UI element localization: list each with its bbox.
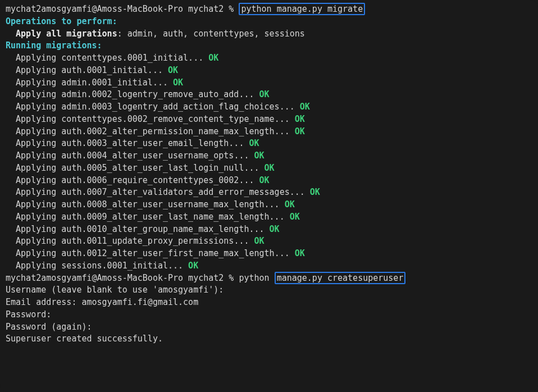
ok-status: OK [295,126,305,136]
migration-name: auth.0010_alter_group_name_max_length [61,224,249,234]
migration-row: Applying sessions.0001_initial... OK [6,260,532,272]
applying-suffix: ... [234,151,254,161]
ok-status: OK [285,199,295,209]
applying-prefix: Applying [16,65,61,75]
email-value: amosgyamfi.fi@gmail.com [81,297,198,307]
password-again-prompt: Password (again): [6,321,532,334]
migration-row: Applying auth.0006_require_contenttypes_… [6,175,532,187]
applying-suffix: ... [265,199,285,209]
ok-status: OK [254,236,265,246]
migration-row: Applying admin.0002_logentry_remove_auto… [6,89,532,101]
applying-prefix: Applying [16,89,61,99]
migration-name: auth.0011_update_proxy_permissions [61,236,234,246]
terminal-window: { "prompt1": { "prefix": "mychat2amosgya… [0,0,538,392]
ok-status: OK [300,102,310,112]
applying-suffix: ... [270,212,290,222]
applying-prefix: Applying [16,53,61,63]
email-label: Email address: [6,297,81,307]
applying-suffix: ... [290,187,310,197]
applying-suffix: ... [168,261,188,271]
applying-suffix: ... [275,126,295,136]
applying-prefix: Applying [16,138,61,148]
ok-status: OK [259,175,270,185]
ok-status: OK [249,138,259,148]
migration-name: auth.0003_alter_user_email_length [61,138,229,148]
ok-status: OK [295,114,305,124]
migration-row: Applying auth.0004_alter_user_username_o… [6,150,532,162]
migration-row: Applying auth.0003_alter_user_email_leng… [6,138,532,150]
migration-row: Applying auth.0011_update_proxy_permissi… [6,235,532,248]
email-line: Email address: amosgyamfi.fi@gmail.com [6,297,532,309]
running-migrations-header: Running migrations: [6,40,532,52]
applying-prefix: Applying [16,175,61,185]
applying-prefix: Applying [16,261,61,271]
migration-name: auth.0004_alter_user_username_opts [61,151,234,161]
ok-status: OK [259,89,270,99]
migration-name: contenttypes.0002_remove_content_type_na… [61,114,274,124]
apply-list: : admin, auth, contenttypes, sessions [117,29,305,39]
applying-prefix: Applying [16,248,61,258]
applying-suffix: ... [234,236,254,246]
applying-suffix: ... [280,102,300,112]
ok-status: OK [173,78,183,88]
migration-name: admin.0003_logentry_add_action_flag_choi… [61,102,279,112]
migration-row: Applying auth.0007_alter_validators_add_… [6,186,532,199]
applying-prefix: Applying [16,163,61,173]
applying-suffix: ... [239,89,259,99]
applying-prefix: Applying [16,199,61,209]
username-prompt: Username (leave blank to use 'amosgyamfi… [6,284,532,297]
migration-name: auth.0001_initial [61,65,148,75]
migration-row: Applying admin.0003_logentry_add_action_… [6,101,532,113]
migration-name: auth.0007_alter_validators_add_error_mes… [61,187,289,197]
applying-suffix: ... [188,53,208,63]
prompt-line-1: mychat2amosgyamfi@Amoss-MacBook-Pro mych… [6,3,532,16]
migration-name: auth.0005_alter_user_last_login_null [61,163,244,173]
migration-row: Applying admin.0001_initial... OK [6,77,532,89]
ok-status: OK [270,224,280,234]
applying-prefix: Applying [16,102,61,112]
ok-status: OK [290,212,300,222]
apply-migrations-line: Apply all migrations: admin, auth, conte… [6,28,532,40]
migration-name: sessions.0001_initial [61,261,168,271]
applying-prefix: Applying [16,187,61,197]
operations-header: Operations to perform: [6,16,532,28]
apply-label: Apply all migrations [16,29,117,39]
ok-status: OK [254,151,265,161]
password-prompt: Password: [6,309,532,321]
migration-row: Applying auth.0009_alter_user_last_name_… [6,211,532,224]
migration-name: auth.0008_alter_user_username_max_length [61,199,264,209]
migration-row: Applying auth.0001_initial... OK [6,65,532,77]
migration-row: Applying auth.0005_alter_user_last_login… [6,162,532,175]
migration-name: auth.0006_require_contenttypes_0002 [61,175,239,185]
migrations-list: Applying contenttypes.0001_initial... OK… [6,52,532,272]
applying-suffix: ... [229,138,249,148]
applying-prefix: Applying [16,126,61,136]
highlighted-command-createsuperuser: manage.py createsuperuser [275,272,406,284]
migration-name: admin.0001_initial [61,78,153,88]
applying-suffix: ... [239,175,259,185]
migration-row: Applying contenttypes.0001_initial... OK [6,52,532,65]
applying-prefix: Applying [16,151,61,161]
ok-status: OK [188,261,198,271]
migration-row: Applying auth.0012_alter_user_first_name… [6,248,532,260]
applying-suffix: ... [275,114,295,124]
ok-status: OK [265,163,275,173]
applying-suffix: ... [153,78,173,88]
migration-name: admin.0002_logentry_remove_auto_add [61,89,239,99]
migration-row: Applying auth.0010_alter_group_name_max_… [6,224,532,236]
ok-status: OK [310,187,320,197]
applying-suffix: ... [249,224,269,234]
applying-prefix: Applying [16,236,61,246]
applying-suffix: ... [148,65,168,75]
ok-status: OK [208,53,218,63]
prompt-line-2: mychat2amosgyamfi@Amoss-MacBook-Pro mych… [6,272,532,285]
migration-name: auth.0002_alter_permission_name_max_leng… [61,126,274,136]
ok-status: OK [295,248,305,258]
applying-suffix: ... [244,163,264,173]
ok-status: OK [168,65,178,75]
migration-name: auth.0009_alter_user_last_name_max_lengt… [61,212,269,222]
migration-name: auth.0012_alter_user_first_name_max_leng… [61,248,274,258]
applying-suffix: ... [275,248,295,258]
applying-prefix: Applying [16,224,61,234]
migration-row: Applying contenttypes.0002_remove_conten… [6,113,532,126]
